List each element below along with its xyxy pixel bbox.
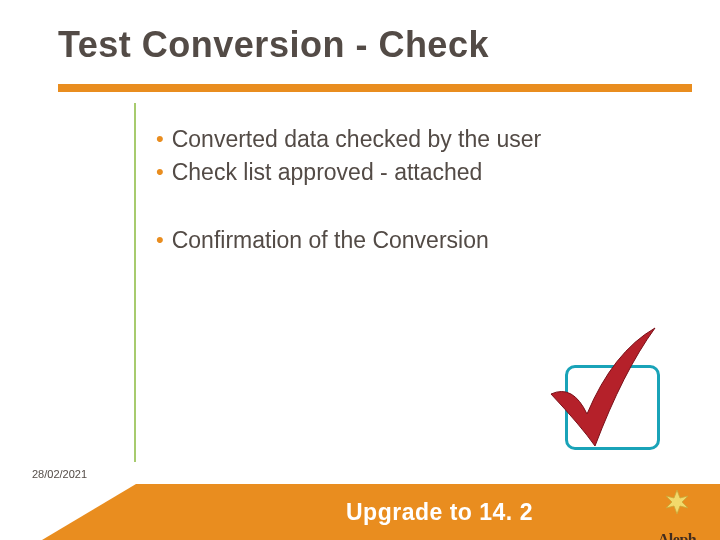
bullet-dot-icon: •: [156, 156, 164, 188]
footer-text: Upgrade to 14. 2: [346, 499, 533, 526]
left-panel: [58, 103, 136, 462]
title-underline: [58, 84, 692, 92]
bullet-text: Check list approved - attached: [172, 156, 483, 189]
check-graphic: [515, 330, 660, 450]
footer-triangle-icon: [42, 484, 136, 540]
slide-date: 28/02/2021: [32, 468, 87, 480]
bullet-text: Converted data checked by the user: [172, 123, 542, 156]
footer-bar: Upgrade to 14. 2: [136, 484, 720, 540]
spacer: [156, 190, 692, 224]
bullet-item: • Check list approved - attached: [156, 156, 692, 189]
bullet-item: • Converted data checked by the user: [156, 123, 692, 156]
bullet-item: • Confirmation of the Conversion: [156, 224, 692, 257]
footer: Upgrade to 14. 2 Aleph: [0, 482, 720, 540]
logo: Aleph: [646, 490, 708, 534]
title-wrap: Test Conversion - Check: [58, 24, 680, 66]
bullet-list: • Converted data checked by the user • C…: [156, 123, 692, 257]
logo-star-icon: [660, 488, 694, 516]
bullet-dot-icon: •: [156, 224, 164, 256]
bullet-text: Confirmation of the Conversion: [172, 224, 489, 257]
slide: Test Conversion - Check • Converted data…: [0, 0, 720, 540]
bullet-dot-icon: •: [156, 123, 164, 155]
logo-text: Aleph: [658, 532, 696, 540]
checkmark-icon: [523, 322, 663, 452]
slide-title: Test Conversion - Check: [58, 24, 680, 66]
